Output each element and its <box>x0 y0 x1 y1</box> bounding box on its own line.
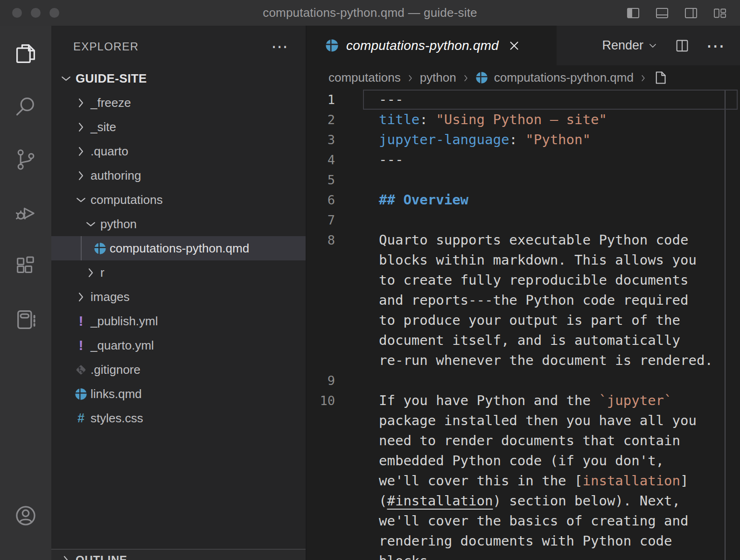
vscode-window: computations-python.qmd — guide-site EXP… <box>0 0 740 560</box>
tree-item-r[interactable]: r <box>51 260 306 285</box>
tree-item-label: _site <box>91 120 116 134</box>
quarto-file-icon <box>92 241 108 256</box>
explorer-icon[interactable] <box>14 42 38 66</box>
tree-item--freeze[interactable]: _freeze <box>51 91 306 115</box>
code-segment: `jupyter` <box>599 392 672 408</box>
breadcrumb-item-python[interactable]: python <box>420 70 456 85</box>
tree-item-computations-python-qmd[interactable]: computations-python.qmd <box>51 236 306 260</box>
tree-item--quarto[interactable]: .quarto <box>51 139 306 163</box>
activity-bar <box>0 26 51 560</box>
breadcrumb-label: computations <box>328 70 401 85</box>
tree-item-guide-site[interactable]: GUIDE-SITE <box>51 66 306 91</box>
breadcrumb-item-computations-python-qmd[interactable]: computations-python.qmd <box>475 70 634 85</box>
source-control-icon[interactable] <box>14 147 38 172</box>
line-number <box>307 310 335 330</box>
line-number <box>307 270 335 290</box>
breadcrumb-item-symbol[interactable] <box>653 70 667 85</box>
extensions-icon[interactable] <box>14 254 38 278</box>
customize-layout-button[interactable] <box>712 5 728 21</box>
code-line-2: 2title: "Using Python — site" <box>307 110 740 130</box>
tree-item-label: _publish.yml <box>91 314 158 329</box>
code-line-9: 9 <box>307 371 740 391</box>
code-text: (#installation) section below). Next, <box>379 491 680 511</box>
render-label: Render <box>602 38 643 53</box>
code-line-wrap: need to render documents that contain <box>307 431 740 451</box>
breadcrumb-separator-icon <box>638 72 649 83</box>
code-segment: ( <box>379 493 387 509</box>
close-window-button[interactable] <box>12 8 22 18</box>
tree-item--site[interactable]: _site <box>51 115 306 139</box>
line-number: 4 <box>307 150 335 170</box>
tree-item--gitignore[interactable]: .gitignore <box>51 357 306 382</box>
search-icon[interactable] <box>14 94 38 119</box>
tree-item-styles-css[interactable]: #styles.css <box>51 406 306 430</box>
tree-item-authoring[interactable]: authoring <box>51 163 306 188</box>
code-segment: document itself, and is automatically <box>379 332 680 348</box>
code-editor[interactable]: 1---2title: "Using Python — site"3jupyte… <box>307 90 740 560</box>
toggle-secondary-sidebar-button[interactable] <box>683 5 699 21</box>
outline-header[interactable]: OUTLINE <box>51 550 306 560</box>
minimize-window-button[interactable] <box>31 8 41 18</box>
zoom-window-button[interactable] <box>49 8 59 18</box>
code-text: jupyter-language: "Python" <box>379 130 591 150</box>
tab-computations-python[interactable]: computations-python.qmd <box>307 26 557 65</box>
code-link[interactable]: #installation <box>387 493 493 509</box>
breadcrumb-separator-icon <box>405 72 416 83</box>
tree-item-computations[interactable]: computations <box>51 188 306 212</box>
editor-more-actions-button[interactable]: ⋯ <box>706 41 725 50</box>
code-text: --- <box>379 90 403 110</box>
tree-item-label: .gitignore <box>91 363 140 377</box>
line-number <box>307 491 335 511</box>
tree-item-label: links.qmd <box>91 387 142 401</box>
code-segment: If you have Python and the <box>379 392 599 408</box>
line-number: 10 <box>307 391 335 411</box>
code-text: to create fully reproducible documents <box>379 270 688 290</box>
code-segment: : <box>509 132 525 147</box>
layout-controls <box>625 0 728 26</box>
tree-item-images[interactable]: images <box>51 285 306 309</box>
line-number: 1 <box>307 90 335 110</box>
tree-item--publish-yml[interactable]: !_publish.yml <box>51 309 306 333</box>
line-number <box>307 290 335 310</box>
split-editor-button[interactable] <box>674 38 690 54</box>
breadcrumb-item-computations[interactable]: computations <box>328 70 401 85</box>
code-text: need to render documents that contain <box>379 431 680 451</box>
line-number: 6 <box>307 190 335 210</box>
outline-section: OUTLINE <box>51 549 306 560</box>
line-number: 2 <box>307 110 335 130</box>
code-text: rendering documents with Python code <box>379 531 672 551</box>
toggle-panel-button[interactable] <box>654 5 670 21</box>
breadcrumb: computationspythoncomputations-python.qm… <box>307 65 740 90</box>
code-segment: blocks within markdown. This allows you <box>379 252 697 268</box>
render-button[interactable]: Render <box>602 38 658 53</box>
notebook-icon[interactable] <box>14 308 38 332</box>
tree-item-links-qmd[interactable]: links.qmd <box>51 382 306 406</box>
run-debug-icon[interactable] <box>14 201 38 225</box>
explorer-more-actions-button[interactable]: ⋯ <box>271 44 289 49</box>
code-text: to produce your output is part of the <box>379 310 680 330</box>
code-line-wrap: rendering documents with Python code <box>307 531 740 551</box>
close-tab-icon[interactable] <box>507 39 521 53</box>
toggle-primary-sidebar-button[interactable] <box>625 5 641 21</box>
code-text: blocks. <box>379 551 436 560</box>
line-number <box>307 350 335 371</box>
code-segment: to create fully reproducible documents <box>379 272 688 288</box>
code-line-7: 7 <box>307 210 740 230</box>
tree-item-python[interactable]: python <box>51 212 306 236</box>
line-number <box>307 431 335 451</box>
line-number <box>307 531 335 551</box>
quarto-file-icon <box>73 386 89 402</box>
code-line-wrap: blocks within markdown. This allows you <box>307 250 740 270</box>
code-segment: ] <box>680 473 688 489</box>
editor-actions: Render ⋯ <box>602 26 740 65</box>
tab-label: computations-python.qmd <box>346 38 499 53</box>
account-icon[interactable] <box>14 504 38 528</box>
tree-item--quarto-yml[interactable]: !_quarto.yml <box>51 333 306 357</box>
code-text: title: "Using Python — site" <box>379 110 607 130</box>
tree-item-label: python <box>100 217 137 231</box>
tree-item-label: computations <box>91 193 163 207</box>
line-number <box>307 551 335 560</box>
line-number <box>307 471 335 491</box>
tree-item-label: _freeze <box>91 96 131 110</box>
code-line-8: 8Quarto supports executable Python code <box>307 230 740 250</box>
